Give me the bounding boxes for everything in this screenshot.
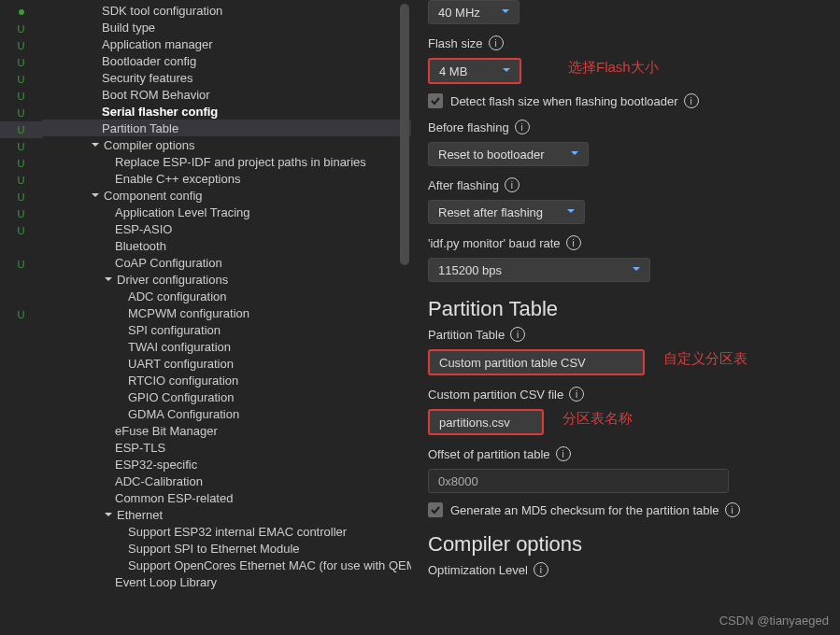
sidebar-item[interactable]: Enable C++ exceptions [42,170,411,187]
info-icon[interactable]: i [510,327,525,342]
gutter-mark [0,558,42,575]
gutter-mark [0,592,42,609]
sidebar-item-label: Build type [102,21,155,35]
sidebar-item[interactable]: Build type [42,19,411,35]
gutter-mark [0,407,42,424]
sidebar-item[interactable]: Support ESP32 internal EMAC controller [42,523,411,540]
select-value: Reset after flashing [438,205,543,219]
flash-size-select[interactable]: 4 MB [428,58,521,84]
sidebar-item[interactable]: CoAP Configuration [42,254,411,271]
sidebar-item-label: ESP32-specific [115,458,197,472]
sidebar-item-label: UART configuration [128,357,234,371]
sidebar-item[interactable]: GPIO Configuration [42,388,411,405]
info-icon[interactable]: i [725,502,740,517]
select-value: 115200 bps [438,263,502,277]
partition-table-select[interactable]: Custom partition table CSV [428,349,645,375]
gutter-mark [0,542,42,558]
gutter-mark [0,239,42,256]
gutter: UUUUUUUUUUUUUUU [0,0,42,635]
sidebar-item-label: Bluetooth [115,239,166,253]
sidebar-item-label: RTCIO configuration [128,374,238,388]
sidebar-item-label: ADC configuration [128,289,227,303]
info-icon[interactable]: i [489,35,504,50]
select-value: Reset to bootloader [438,148,544,162]
sidebar-item-label: ADC-Calibration [115,474,203,488]
sidebar-item[interactable]: Partition Table [42,120,411,136]
info-icon[interactable]: i [684,93,699,108]
gutter-mark: U [0,71,42,88]
sidebar-item[interactable]: RTCIO configuration [42,372,411,388]
info-icon[interactable]: i [505,177,520,192]
sidebar-item[interactable]: Compiler options [42,136,411,153]
sidebar-item-label: SPI configuration [128,323,221,337]
detect-flash-checkbox-row: Detect flash size when flashing bootload… [428,93,823,108]
optimization-level-label: Optimization Level i [428,562,823,577]
sidebar-item-label: Common ESP-related [115,491,233,505]
info-icon[interactable]: i [515,120,530,134]
sidebar-item[interactable]: ESP-ASIO [42,220,411,237]
chevron-down-icon [500,6,511,20]
info-icon[interactable]: i [566,235,581,250]
sidebar-item-label: Ethernet [117,508,163,522]
sidebar-item[interactable]: Application manager [42,35,411,52]
sidebar-item-label: MCPWM configuration [128,306,249,320]
sidebar-item[interactable]: Ethernet [42,506,411,523]
gutter-mark [0,525,42,542]
sidebar-item[interactable]: Support OpenCores Ethernet MAC (for use … [42,557,411,573]
baud-rate-select[interactable]: 115200 bps [428,258,650,282]
gutter-mark [0,474,42,491]
gutter-mark [0,424,42,441]
sidebar-item[interactable]: ADC configuration [42,288,411,304]
sidebar-item[interactable]: ESP-TLS [42,439,411,456]
sidebar-item[interactable]: SPI configuration [42,321,411,338]
select-value: 4 MB [439,64,467,78]
sidebar-item[interactable]: Component config [42,187,411,204]
checkbox-label: Detect flash size when flashing bootload… [450,94,678,108]
sidebar-item[interactable]: MCPWM configuration [42,304,411,321]
checkbox[interactable] [428,93,443,108]
sidebar-item[interactable]: Event Loop Library [42,573,411,590]
before-flashing-label: Before flashing i [428,120,823,134]
sidebar-item[interactable]: TWAI configuration [42,338,411,355]
offset-input[interactable]: 0x8000 [428,469,729,493]
sidebar-item[interactable]: ESP32-specific [42,456,411,473]
sidebar-item[interactable]: Serial flasher config [42,103,411,120]
sidebar-item[interactable]: SDK tool configuration [42,2,411,19]
sidebar-item[interactable]: Common ESP-related [42,489,411,506]
gutter-mark [0,340,42,357]
gutter-mark: U [0,21,42,37]
sidebar-item[interactable]: Boot ROM Behavior [42,86,411,103]
sidebar-item[interactable]: ADC-Calibration [42,473,411,489]
sidebar-scrollbar[interactable] [400,4,409,265]
sidebar-item-label: Support OpenCores Ethernet MAC (for use … [128,558,411,572]
info-icon[interactable]: i [569,387,584,402]
watermark: CSDN @tianyaeged [719,614,829,628]
sidebar-item[interactable]: Bootloader config [42,52,411,69]
info-icon[interactable]: i [556,446,571,461]
sidebar-item[interactable]: Security features [42,69,411,86]
sidebar-item-label: GDMA Configuration [128,407,239,421]
before-flashing-select[interactable]: Reset to bootloader [428,142,589,166]
after-flashing-select[interactable]: Reset after flashing [428,200,585,224]
csv-file-input[interactable]: partitions.csv [428,409,544,435]
chevron-down-icon [565,205,577,219]
sidebar-item-label: Partition Table [102,121,178,135]
sidebar-item-label: Serial flasher config [102,105,218,119]
sidebar-item[interactable]: UART configuration [42,355,411,372]
flash-freq-select[interactable]: 40 MHz [428,0,520,24]
after-flashing-label: After flashing i [428,177,823,192]
sidebar-item-label: Application manager [102,37,213,51]
sidebar-item[interactable]: Bluetooth [42,237,411,254]
sidebar-item[interactable]: eFuse Bit Manager [42,422,411,439]
sidebar-item[interactable]: Application Level Tracing [42,204,411,220]
info-icon[interactable]: i [534,562,548,577]
select-value: 40 MHz [438,6,480,20]
sidebar-item[interactable]: Support SPI to Ethernet Module [42,540,411,557]
sidebar-item-label: Application Level Tracing [115,205,250,219]
sidebar-item-label: Compiler options [104,138,195,152]
sidebar-item[interactable]: Replace ESP-IDF and project paths in bin… [42,153,411,170]
sidebar-item[interactable]: Driver configurations [42,271,411,288]
checkbox[interactable] [428,502,443,517]
sidebar-item[interactable]: GDMA Configuration [42,405,411,422]
gutter-mark: U [0,189,42,205]
